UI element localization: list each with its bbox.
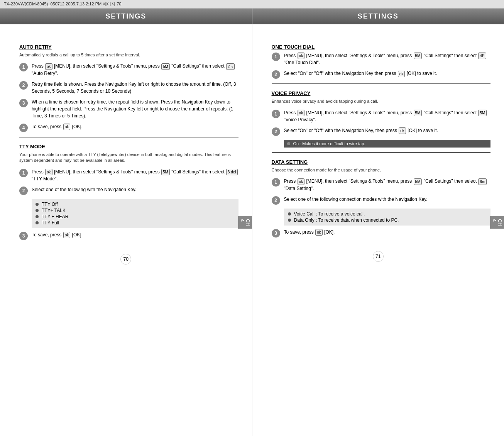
otd-step-text-2: Select "On" or "Off" with the Navigation… <box>284 70 491 77</box>
tty-mode-section: TTY MODE Your phone is able to operate w… <box>19 144 238 240</box>
vp-step-num-2: 2 <box>272 127 280 136</box>
5m-key-3: 5M <box>414 53 422 59</box>
step-text-4: To save, press ok [OK]. <box>32 123 238 130</box>
main-content: SETTINGS AUTO RETRY Automatically redial… <box>0 8 504 436</box>
ds-step-num-2: 2 <box>272 196 280 205</box>
step-text-1: Press ok [MENU], then select "Settings &… <box>32 63 238 76</box>
bullet-dot-4 <box>36 221 39 224</box>
2ab-key: 2 ≈ <box>226 63 235 70</box>
ds-dot-1 <box>288 212 291 215</box>
left-panel: SETTINGS AUTO RETRY Automatically redial… <box>0 8 252 436</box>
otd-step-text-1: Press ok [MENU], then select "Settings &… <box>284 52 491 66</box>
left-panel-footer: 70 <box>0 254 252 270</box>
tty-bullet-1: TTY Off <box>36 202 235 207</box>
ds-step-1: 1 Press ok [MENU], then select "Settings… <box>272 178 491 192</box>
left-panel-header: SETTINGS <box>0 8 252 24</box>
tty-mode-desc: Your phone is able to operate with a TTY… <box>19 152 238 164</box>
tty-mode-step-3: 3 To save, press ok [OK]. <box>19 231 238 240</box>
auto-retry-section: AUTO RETRY Automatically redials a call … <box>19 44 238 132</box>
5m-key: 5M <box>161 63 170 70</box>
ok-key-4: ok <box>63 232 71 238</box>
bullet-dot-3 <box>36 215 39 218</box>
vp-step-1: 1 Press ok [MENU], then select "Settings… <box>272 109 491 123</box>
vp-step-2: 2 Select "On" or "Off" with the Navigati… <box>272 127 491 136</box>
ds-bullet-2: Data Only : To receive data when connect… <box>288 217 487 223</box>
tty-step-num-2: 2 <box>19 187 28 195</box>
ok-key-6: ok <box>398 71 405 77</box>
ok-key-9: ok <box>298 178 305 185</box>
voice-privacy-desc: Enhances voice privacy and avoids tappin… <box>272 98 491 104</box>
ok-key-5: ok <box>298 53 305 59</box>
tty-mode-step-2: 2 Select one of the following with the N… <box>19 186 238 195</box>
6m-key: 6m <box>478 178 487 185</box>
ds-step-text-3: To save, press ok [OK]. <box>284 229 491 236</box>
step-num-3: 3 <box>19 99 28 107</box>
left-panel-content: AUTO RETRY Automatically redials a call … <box>0 32 252 250</box>
ok-key: ok <box>45 63 52 70</box>
ds-dot-2 <box>288 219 291 222</box>
divider-2 <box>272 83 491 84</box>
tty-step-text-2: Select one of the following with the Nav… <box>32 186 238 193</box>
3del-key: 3 del <box>226 169 238 175</box>
tty-step-text-1: Press ok [MENU], then select "Settings &… <box>32 168 238 182</box>
tty-step-text-3: To save, press ok [OK]. <box>32 231 238 238</box>
voice-privacy-section: VOICE PRIVACY Enhances voice privacy and… <box>272 90 491 148</box>
voice-privacy-note: On : Makes it more difficult to wire tap… <box>284 140 491 148</box>
auto-retry-step-3: 3 When a time is chosen for retry time, … <box>19 98 238 119</box>
right-panel: SETTINGS ONE TOUCH DIAL 1 Press ok [MENU… <box>252 8 504 436</box>
one-touch-dial-title: ONE TOUCH DIAL <box>272 44 491 50</box>
data-setting-bullet-box: Voice Call : To receive a voice call. Da… <box>284 209 491 226</box>
left-page-num: 70 <box>120 254 131 265</box>
otd-step-2: 2 Select "On" or "Off" with the Navigati… <box>272 70 491 79</box>
one-touch-dial-section: ONE TOUCH DIAL 1 Press ok [MENU], then s… <box>272 44 491 79</box>
bullet-dot-2 <box>36 209 39 212</box>
data-setting-title: DATA SETTING <box>272 159 491 165</box>
voice-privacy-title: VOICE PRIVACY <box>272 90 491 96</box>
ds-step-text-2: Select one of the following connection m… <box>284 196 491 203</box>
auto-retry-title: AUTO RETRY <box>19 44 238 50</box>
tty-bullet-3: TTY + HEAR <box>36 214 235 219</box>
ds-step-2: 2 Select one of the following connection… <box>272 196 491 205</box>
bullet-dot-1 <box>36 203 39 206</box>
ds-step-num-1: 1 <box>272 178 280 187</box>
auto-retry-step-1: 1 Press ok [MENU], then select "Settings… <box>19 63 238 76</box>
step-num-2: 2 <box>19 81 28 90</box>
step-num-1: 1 <box>19 63 28 71</box>
vp-step-text-1: Press ok [MENU], then select "Settings &… <box>284 109 491 123</box>
right-panel-header: SETTINGS <box>252 8 504 24</box>
tty-mode-title: TTY MODE <box>19 144 238 149</box>
vp-step-num-1: 1 <box>272 110 280 118</box>
info-dot <box>287 142 290 145</box>
divider-1 <box>19 137 238 137</box>
5m-key-4: 5M <box>414 110 422 116</box>
divider-3 <box>272 152 491 153</box>
otd-step-1: 1 Press ok [MENU], then select "Settings… <box>272 52 491 66</box>
ok-key-3: ok <box>45 169 52 175</box>
step-text-2: Retry time field is shown. Press the Nav… <box>32 81 238 95</box>
auto-retry-desc: Automatically redials a call up to 5 tim… <box>19 52 238 58</box>
left-side-tab: CH4 <box>238 216 252 229</box>
step-text-3: When a time is chosen for retry time, th… <box>32 98 238 119</box>
ds-bullet-1: Voice Call : To receive a voice call. <box>288 211 487 217</box>
top-bar: TX-230VW(CDM-8945)_050712 2005.7.13 2:12… <box>0 0 504 8</box>
5m-key-5: 5M <box>478 110 487 116</box>
right-panel-content: ONE TOUCH DIAL 1 Press ok [MENU], then s… <box>252 32 504 247</box>
otd-step-num-1: 1 <box>272 53 280 61</box>
5m-key-6: 5M <box>414 178 422 185</box>
ok-key-8: ok <box>399 127 406 134</box>
ds-step-num-3: 3 <box>272 229 280 238</box>
auto-retry-step-2: 2 Retry time field is shown. Press the N… <box>19 81 238 95</box>
auto-retry-step-4: 4 To save, press ok [OK]. <box>19 123 238 132</box>
tty-step-num-3: 3 <box>19 232 28 240</box>
otd-step-num-2: 2 <box>272 70 280 79</box>
vp-step-text-2: Select "On" or "Off" with the Navigation… <box>284 127 491 134</box>
4p-key: 4P <box>478 53 486 59</box>
ds-step-text-1: Press ok [MENU], then select "Settings &… <box>284 178 491 192</box>
5m-key-2: 5M <box>161 169 170 175</box>
voice-privacy-note-text: On : Makes it more difficult to wire tap… <box>293 141 365 146</box>
ok-key-7: ok <box>298 110 305 116</box>
data-setting-section: DATA SETTING Choose the connection mode … <box>272 159 491 238</box>
step-num-4: 4 <box>19 124 28 132</box>
tty-step-num-1: 1 <box>19 169 28 177</box>
tty-mode-step-1: 1 Press ok [MENU], then select "Settings… <box>19 168 238 182</box>
